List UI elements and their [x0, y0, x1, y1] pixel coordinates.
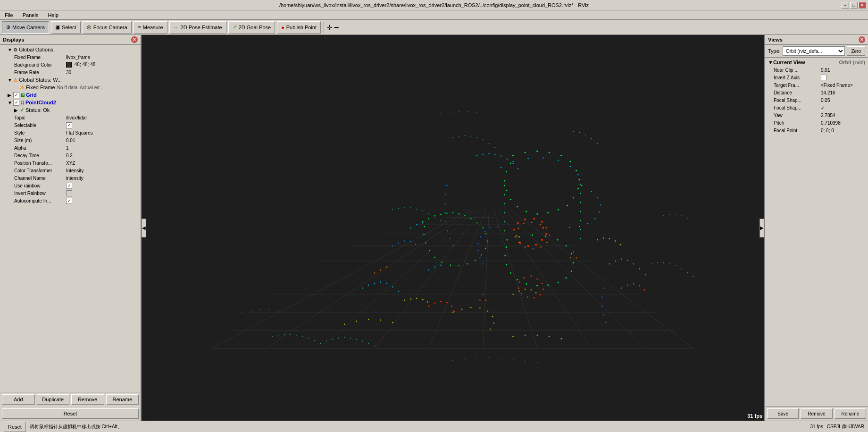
2d-goal-button[interactable]: ↗ 2D Goal Pose	[228, 21, 275, 34]
svg-point-125	[639, 268, 640, 270]
svg-point-186	[518, 228, 519, 229]
views-type-select[interactable]: Orbit (rviz_defa...	[783, 46, 845, 56]
add-button[interactable]: Add	[2, 394, 35, 405]
svg-point-228	[536, 334, 538, 336]
svg-point-87	[485, 248, 486, 249]
measure-button[interactable]: ━ Measure	[134, 21, 167, 34]
global-status-fixed-frame-row[interactable]: ⚠ Fixed Frame No tf data. Actual err...	[1, 84, 140, 91]
svg-point-81	[464, 215, 466, 217]
views-rename-button[interactable]: Rename	[835, 408, 866, 419]
near-clip-value[interactable]: 0.01	[821, 68, 865, 73]
restore-button[interactable]: □	[850, 2, 858, 8]
svg-point-163	[518, 288, 519, 289]
reset-bottom-button[interactable]: Reset	[4, 422, 26, 432]
duplicate-button[interactable]: Duplicate	[37, 394, 70, 405]
use-rainbow-checkbox[interactable]: ✓	[66, 183, 72, 189]
svg-point-31	[567, 205, 568, 206]
publish-point-button[interactable]: ● Publish Point	[277, 21, 321, 34]
svg-point-156	[536, 278, 538, 280]
focal-shape2-value[interactable]: ✓	[821, 105, 865, 110]
views-save-button[interactable]: Save	[767, 408, 799, 419]
global-status-row[interactable]: ▼ ⚠ Global Status: W...	[1, 76, 140, 84]
pos-transform-value[interactable]: XYZ	[66, 161, 138, 166]
left-panel-collapse-handle[interactable]: ◀	[142, 219, 146, 237]
global-status-expand-icon: ▼	[8, 77, 13, 83]
frame-rate-value[interactable]: 30	[66, 70, 138, 75]
rename-button[interactable]: Rename	[106, 394, 139, 405]
svg-point-23	[536, 151, 538, 152]
svg-point-214	[422, 299, 424, 300]
displays-header: Displays ✕	[0, 35, 141, 45]
focal-point-value[interactable]: 0; 0; 0	[821, 128, 865, 133]
grid-checkbox[interactable]: ✓	[13, 92, 19, 98]
style-value[interactable]: Flat Squares	[66, 130, 138, 136]
channel-name-row: Channel Name intensity	[1, 174, 140, 182]
svg-point-223	[368, 319, 369, 320]
fixed-frame-value[interactable]: livox_frame	[66, 55, 138, 60]
alpha-value[interactable]: 1	[66, 145, 138, 151]
target-frame-row: Target Fra... <Fixed Frame>	[766, 81, 867, 89]
svg-point-308	[269, 309, 270, 310]
decay-time-row: Decay Time 0.2	[1, 152, 140, 159]
channel-name-value[interactable]: intensity	[66, 176, 138, 181]
pitch-value[interactable]: 0.710398	[821, 120, 865, 126]
target-frame-value[interactable]: <Fixed Frame>	[821, 83, 865, 88]
current-view-header[interactable]: ▼ Current View Orbit (rviz)	[766, 59, 867, 66]
pointcloud2-row[interactable]: ▼ ✓ ⣿ PointCloud2	[1, 99, 140, 106]
remove-button[interactable]: Remove	[71, 394, 104, 405]
pc2-checkbox[interactable]: ✓	[13, 100, 19, 106]
focal-shape1-value[interactable]: 0.05	[821, 98, 865, 103]
add-tool-icon[interactable]: ✛	[327, 24, 333, 31]
select-button[interactable]: ▣ Select	[51, 21, 81, 34]
svg-point-80	[458, 213, 459, 215]
topic-value[interactable]: /livox/lidar	[66, 115, 138, 120]
color-transformer-value[interactable]: Intensity	[66, 168, 138, 173]
svg-point-322	[465, 359, 466, 360]
minimize-button[interactable]: −	[842, 2, 849, 8]
focus-camera-button[interactable]: ◎ Focus Camera	[83, 21, 132, 34]
background-color-value[interactable]: 48; 48; 48	[66, 62, 138, 68]
autocompute-checkbox[interactable]: ✓	[66, 198, 72, 204]
global-options-row[interactable]: ▼ ⚙ Global Options	[1, 46, 140, 53]
views-close-button[interactable]: ✕	[859, 36, 865, 43]
svg-point-276	[398, 208, 399, 209]
color-transformer-row: Color Transformer Intensity	[1, 167, 140, 174]
svg-point-314	[687, 218, 688, 219]
svg-point-48	[571, 253, 572, 254]
grid-row[interactable]: ▶ ✓ ⊞ Grid	[1, 91, 140, 99]
svg-point-326	[513, 359, 514, 360]
toolbar-extra-icon[interactable]: ━	[334, 24, 338, 31]
svg-point-307	[259, 309, 260, 310]
size-value[interactable]: 0.01	[66, 138, 138, 143]
use-rainbow-name: Use rainbow	[14, 183, 66, 188]
svg-point-325	[501, 357, 501, 358]
invert-z-checkbox[interactable]	[821, 75, 826, 80]
svg-point-141	[579, 226, 580, 228]
decay-time-value[interactable]: 0.2	[66, 153, 138, 158]
svg-point-260	[290, 334, 291, 335]
svg-point-179	[549, 235, 550, 236]
displays-tree[interactable]: ▼ ⚙ Global Options Fixed Frame livox_fra…	[0, 45, 141, 392]
menu-file[interactable]: File	[2, 11, 16, 19]
views-remove-button[interactable]: Remove	[801, 408, 832, 419]
right-panel-collapse-handle[interactable]: ▶	[760, 219, 764, 237]
pc2-status-label: Status: Ok	[25, 107, 50, 113]
move-camera-button[interactable]: ⊕ Move Camera	[2, 21, 49, 34]
svg-point-28	[579, 179, 580, 180]
background-color-name: Background Color	[14, 62, 66, 68]
3d-viewport[interactable]: ◀ ▶	[142, 35, 764, 421]
pc2-status-row[interactable]: ▶ ✓ Status: Ok	[1, 106, 140, 114]
menu-panels[interactable]: Panels	[20, 11, 42, 19]
close-button[interactable]: ✕	[859, 2, 866, 8]
invert-rainbow-checkbox[interactable]	[66, 190, 72, 196]
2d-pose-button[interactable]: → 2D Pose Estimate	[169, 21, 226, 34]
selectable-checkbox[interactable]: ✓	[66, 122, 72, 128]
displays-close-button[interactable]: ✕	[131, 36, 138, 43]
global-options-label: Global Options	[19, 47, 139, 52]
menu-help[interactable]: Help	[45, 11, 61, 19]
views-zero-button[interactable]: Zero	[847, 46, 865, 56]
reset-button[interactable]: Reset	[2, 408, 139, 419]
yaw-value[interactable]: 2.7854	[821, 113, 865, 118]
distance-value[interactable]: 14.216	[821, 90, 865, 95]
status-right-area: 31 fps CSPJL@HJIWAR	[810, 424, 864, 429]
